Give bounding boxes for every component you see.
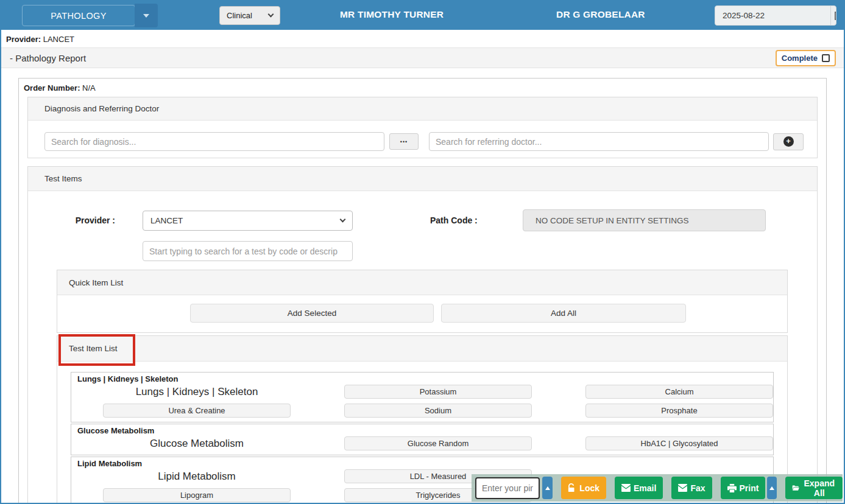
test-item-button[interactable]: Prosphate: [585, 404, 773, 418]
diagnosis-panel-header: Diagnosis and Referring Doctor: [28, 97, 817, 121]
test-items-header: Test Items: [28, 167, 817, 191]
test-items-title: Test Items: [44, 174, 82, 183]
test-item-button[interactable]: HbA1C | Glycosylated: [585, 436, 773, 450]
fax-label: Fax: [690, 483, 705, 493]
folder-open-icon: [792, 484, 799, 492]
provider-select-value: LANCET: [150, 216, 183, 225]
order-number: Order Number: N/A: [19, 79, 826, 94]
group-grid: Lungs | Kidneys | Skeleton Potassium Cal…: [71, 385, 773, 422]
add-all-button[interactable]: Add All: [441, 304, 686, 323]
diagnosis-panel-title: Diagnosis and Referring Doctor: [44, 104, 159, 113]
test-item-button[interactable]: Sodium: [344, 404, 532, 418]
action-toolbar: Lock Email Fax Print: [472, 474, 843, 502]
email-button[interactable]: Email: [615, 477, 663, 499]
test-group: Glucose Metabolism Glucose Metabolism Gl…: [71, 424, 774, 455]
patient-name: MR TIMOTHY TURNER: [340, 9, 444, 20]
group-header: Lungs | Kidneys | Skeleton: [71, 373, 773, 385]
test-item-button[interactable]: Calcium: [585, 385, 773, 399]
quick-item-list-body: Add Selected Add All: [57, 295, 787, 332]
caret-up-icon: [769, 486, 774, 490]
test-search-row: [143, 241, 802, 261]
clinical-mode-value: Clinical: [227, 11, 252, 20]
order-number-value: N/A: [82, 83, 96, 93]
print-options-button[interactable]: [767, 477, 777, 499]
printer-icon: [727, 484, 737, 492]
lock-button[interactable]: Lock: [561, 477, 606, 499]
test-item-list-title: Test Item List: [69, 344, 118, 353]
diagnosis-more-button[interactable]: •••: [389, 133, 419, 150]
complete-label: Complete: [782, 54, 818, 63]
provider-select-label: Provider :: [42, 215, 115, 225]
app-window: PATHOLOGY Clinical MR TIMOTHY TURNER DR …: [0, 0, 845, 504]
pathology-module-label: PATHOLOGY: [51, 11, 107, 21]
header-bar: PATHOLOGY Clinical MR TIMOTHY TURNER DR …: [1, 1, 844, 30]
add-doctor-button[interactable]: +: [773, 133, 804, 150]
report-section-header[interactable]: - Pathology Report Complete: [1, 47, 844, 68]
test-item-button[interactable]: Lipogram: [103, 488, 291, 502]
chevron-down-icon: [340, 216, 346, 222]
group-grid: Glucose Metabolism Glucose Random HbA1C …: [71, 436, 773, 455]
print-button[interactable]: Print: [721, 477, 766, 499]
pathology-module-button[interactable]: PATHOLOGY: [22, 5, 135, 26]
calendar-icon: [835, 11, 836, 20]
provider-pathcode-row: Provider : LANCET Path Code : NO CODE SE…: [42, 209, 802, 231]
test-search-input[interactable]: [143, 241, 353, 261]
test-item-button[interactable]: Potassium: [344, 385, 532, 399]
complete-button[interactable]: Complete: [776, 50, 836, 66]
order-panel: Order Number: N/A Diagnosis and Referrin…: [18, 78, 827, 504]
provider-line: Provider: LANCET: [1, 30, 844, 47]
complete-checkbox[interactable]: [822, 54, 830, 62]
envelope-icon: [678, 484, 687, 492]
report-title: - Pathology Report: [10, 53, 86, 63]
expand-all-label: Expand All: [803, 478, 836, 498]
test-group: Lungs | Kidneys | Skeleton Lungs | Kidne…: [71, 372, 774, 422]
expand-all-button[interactable]: Expand All: [785, 477, 843, 499]
fax-button[interactable]: Fax: [671, 477, 712, 499]
group-label: Lungs | Kidneys | Skeleton: [103, 385, 291, 399]
chevron-down-icon: [268, 12, 274, 18]
date-picker: [715, 5, 836, 26]
pin-input[interactable]: [475, 477, 540, 499]
provider-value: LANCET: [43, 35, 74, 44]
path-code-label: Path Code :: [430, 215, 479, 225]
calendar-button[interactable]: [830, 6, 836, 25]
group-label: Lipid Metabolism: [103, 469, 291, 483]
provider-label: Provider:: [6, 35, 41, 44]
envelope-icon: [621, 484, 631, 492]
test-item-button[interactable]: Urea & Creatine: [103, 404, 291, 418]
lock-label: Lock: [579, 483, 599, 493]
referring-doctor-input[interactable]: [429, 132, 769, 151]
test-item-button[interactable]: Glucose Random: [344, 436, 532, 450]
pin-submit-button[interactable]: [542, 477, 553, 499]
test-items-body: Provider : LANCET Path Code : NO CODE SE…: [28, 191, 817, 504]
order-number-label: Order Number:: [24, 83, 80, 93]
doctor-name: DR G GROBELAAR: [556, 9, 645, 20]
group-label: Glucose Metabolism: [103, 436, 291, 450]
clinical-mode-select[interactable]: Clinical: [219, 6, 280, 25]
caret-down-icon: [143, 14, 149, 18]
path-code-field: NO CODE SETUP IN ENTITY SETTINGS: [523, 209, 766, 231]
ellipsis-icon: •••: [400, 139, 408, 145]
quick-item-list-panel: Quick Item List Add Selected Add All: [57, 270, 788, 333]
caret-up-icon: [545, 486, 550, 490]
diagnosis-panel-body: ••• +: [28, 121, 817, 158]
provider-select[interactable]: LANCET: [143, 211, 353, 231]
group-header: Glucose Metabolism: [71, 424, 773, 436]
print-label: Print: [740, 483, 759, 493]
plus-icon: +: [783, 136, 794, 147]
diagnosis-panel: Diagnosis and Referring Doctor ••• +: [27, 97, 818, 158]
quick-item-list-header: Quick Item List: [57, 270, 787, 295]
quick-item-list-title: Quick Item List: [69, 278, 123, 287]
unlock-icon: [568, 483, 576, 492]
test-items-panel: Test Items Provider : LANCET Path Code :…: [27, 166, 818, 504]
diagnosis-search-input[interactable]: [44, 132, 384, 151]
date-input[interactable]: [715, 6, 830, 25]
pathology-dropdown-button[interactable]: [135, 4, 158, 27]
test-item-list-header: Test Item List: [57, 336, 787, 362]
email-label: Email: [634, 483, 656, 493]
path-code-value: NO CODE SETUP IN ENTITY SETTINGS: [536, 216, 689, 225]
add-selected-button[interactable]: Add Selected: [190, 304, 434, 323]
group-header: Lipid Metabolism: [71, 457, 773, 469]
